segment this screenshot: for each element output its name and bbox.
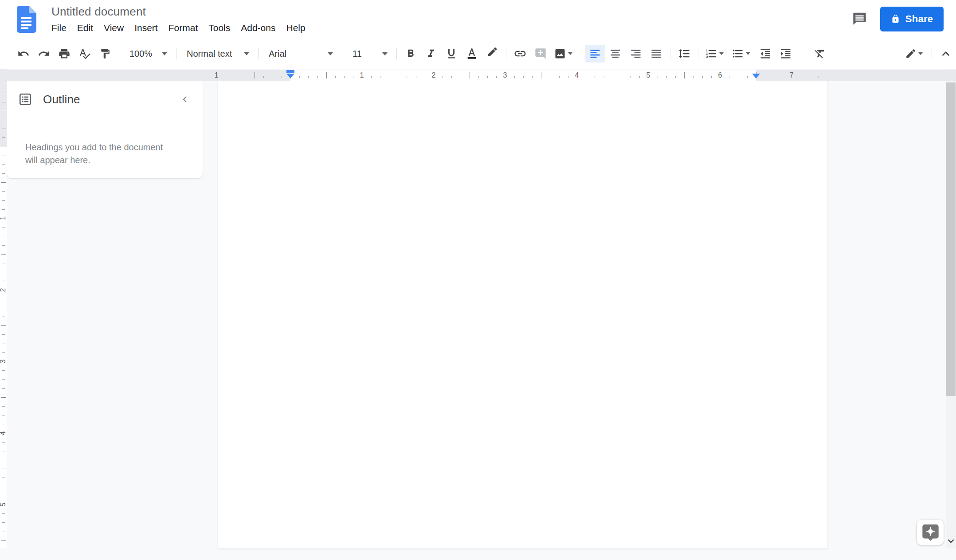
align-right-button[interactable] xyxy=(626,45,646,63)
ruler-tick xyxy=(684,72,685,78)
scrollbar-thumb[interactable] xyxy=(946,82,956,396)
ruler-tick xyxy=(810,76,810,78)
undo-icon xyxy=(17,47,30,60)
ruler-tick xyxy=(631,76,631,78)
menu-help[interactable]: Help xyxy=(281,22,310,34)
dropdown-arrow-icon xyxy=(382,52,388,55)
bold-button[interactable] xyxy=(400,45,421,63)
ruler-tick xyxy=(2,245,5,246)
add-comment-button[interactable] xyxy=(530,45,551,63)
italic-button[interactable] xyxy=(421,45,441,63)
open-comments-button[interactable] xyxy=(849,9,870,29)
font-select[interactable]: Arial xyxy=(262,45,338,63)
lock-icon xyxy=(891,14,900,23)
explore-button[interactable] xyxy=(917,520,944,545)
menu-tools[interactable]: Tools xyxy=(203,22,235,34)
editing-mode-button[interactable] xyxy=(901,45,928,63)
align-left-button[interactable] xyxy=(585,45,605,63)
first-line-indent-marker[interactable] xyxy=(286,70,294,73)
menu-file[interactable]: File xyxy=(46,22,72,34)
outline-icon xyxy=(18,92,32,106)
ruler-tick xyxy=(765,76,765,78)
pencil-icon xyxy=(905,48,917,59)
ruler-tick xyxy=(389,76,389,78)
print-button[interactable] xyxy=(54,45,74,63)
ruler-tick xyxy=(237,76,237,78)
decrease-indent-button[interactable] xyxy=(755,45,776,63)
dropdown-arrow-icon xyxy=(244,52,249,55)
ruler-number: 2 xyxy=(432,70,436,81)
bold-icon xyxy=(404,47,417,60)
ruler-tick xyxy=(738,76,738,78)
ruler-tick xyxy=(568,76,568,78)
comments-icon xyxy=(851,12,868,27)
outline-panel: Outline Headings you add to the document… xyxy=(7,76,203,178)
justify-button[interactable] xyxy=(646,45,666,63)
scroll-down-button[interactable] xyxy=(946,534,956,548)
menu-insert[interactable]: Insert xyxy=(129,22,163,34)
line-spacing-button[interactable] xyxy=(674,45,694,63)
ruler-tick xyxy=(819,76,819,78)
redo-button[interactable] xyxy=(34,45,54,63)
dropdown-arrow-icon xyxy=(162,52,167,55)
document-title[interactable]: Untitled document xyxy=(51,5,311,19)
menu-format[interactable]: Format xyxy=(163,22,204,34)
ruler-tick xyxy=(2,352,5,353)
ruler-tick xyxy=(658,76,658,78)
ruler-tick xyxy=(380,76,380,78)
ruler-tick xyxy=(2,173,5,174)
toolbar-divider xyxy=(342,48,342,59)
dropdown-arrow-icon xyxy=(918,52,923,55)
undo-button[interactable] xyxy=(13,45,34,63)
ruler-tick xyxy=(550,76,550,78)
align-center-button[interactable] xyxy=(605,45,626,63)
ruler-number: 6 xyxy=(718,70,722,81)
clear-formatting-button[interactable] xyxy=(810,45,830,63)
ruler-tick xyxy=(255,72,255,78)
text-color-button[interactable] xyxy=(462,45,482,63)
outline-empty-message: Headings you add to the document will ap… xyxy=(7,123,184,167)
zoom-select[interactable]: 100% xyxy=(123,45,172,63)
share-button[interactable]: Share xyxy=(880,7,944,31)
right-indent-marker[interactable] xyxy=(752,74,760,78)
vertical-ruler: 112345 xyxy=(0,69,7,548)
ruler-tick xyxy=(2,317,5,317)
font-size-select[interactable]: 11 xyxy=(346,45,393,63)
ruler-number: 2 xyxy=(0,286,7,294)
ruler-tick xyxy=(246,76,246,78)
paint-format-button[interactable] xyxy=(95,45,115,63)
ruler-tick xyxy=(675,76,676,78)
ruler-tick xyxy=(2,344,5,344)
menu-edit[interactable]: Edit xyxy=(72,22,98,34)
insert-image-button[interactable] xyxy=(551,45,577,63)
collapse-outline-button[interactable] xyxy=(177,91,193,107)
styles-select[interactable]: Normal text xyxy=(180,45,255,63)
ruler-tick xyxy=(496,76,497,78)
ruler-tick xyxy=(2,415,5,415)
increase-indent-button[interactable] xyxy=(776,45,796,63)
hide-menus-button[interactable] xyxy=(936,45,956,63)
underline-button[interactable] xyxy=(441,45,462,63)
docs-logo-icon[interactable] xyxy=(16,5,37,33)
ruler-tick xyxy=(541,72,541,78)
vertical-scrollbar[interactable] xyxy=(946,69,956,548)
left-indent-marker[interactable] xyxy=(286,74,294,78)
explore-icon xyxy=(921,522,940,542)
share-label: Share xyxy=(905,13,933,25)
horizontal-ruler: 11234567 xyxy=(0,70,956,81)
ruler-tick xyxy=(317,76,318,78)
ruler-tick xyxy=(2,299,5,299)
bulleted-list-button[interactable] xyxy=(729,45,755,63)
ruler-number: 4 xyxy=(0,429,7,437)
menu-addons[interactable]: Add-ons xyxy=(235,22,281,34)
ruler-tick xyxy=(461,76,461,78)
menu-view[interactable]: View xyxy=(98,22,129,34)
insert-link-button[interactable] xyxy=(510,45,530,63)
ruler-tick xyxy=(2,236,5,236)
document-page[interactable] xyxy=(218,75,827,548)
numbered-list-button[interactable] xyxy=(702,45,729,63)
menubar: File Edit View Insert Format Tools Add-o… xyxy=(46,22,311,34)
spellcheck-button[interactable] xyxy=(74,45,95,63)
ruler-tick xyxy=(774,76,774,78)
highlight-color-button[interactable] xyxy=(482,45,502,63)
